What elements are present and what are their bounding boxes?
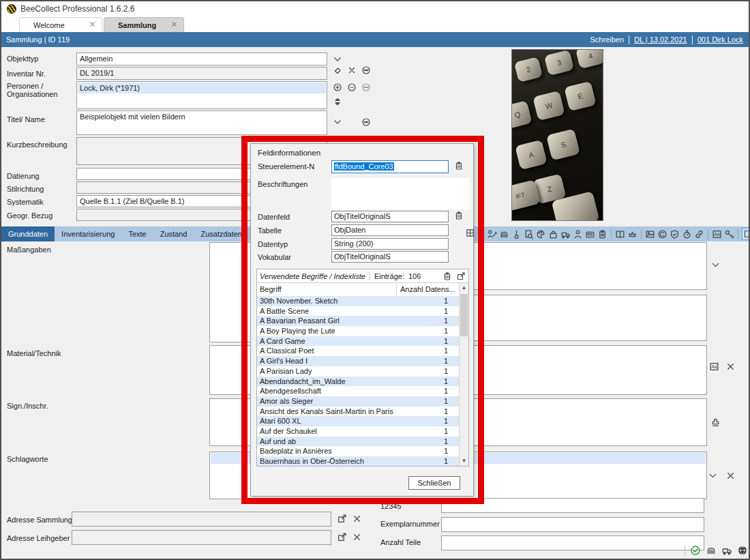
vertical-scrollbar[interactable]: ▲ ▼ [459, 283, 468, 466]
copy-clipboard-icon[interactable] [442, 271, 452, 281]
tab-inventarisierung[interactable]: Inventarisierung [55, 226, 121, 241]
id-card-icon[interactable] [585, 229, 595, 239]
window-layout-button[interactable] [742, 228, 750, 240]
inventar-field[interactable]: DL 2019/1 [76, 67, 327, 80]
index-row[interactable]: Bauernhaus in Ober-Österreich1 [257, 456, 459, 466]
personen-selected-entry[interactable]: Lock, Dirk (*1971) [78, 83, 326, 93]
add-circle-icon[interactable] [333, 83, 342, 92]
text-image-icon[interactable]: Aa [709, 362, 719, 372]
index-row[interactable]: 30th November. Sketch1 [257, 296, 459, 306]
search-document-icon[interactable] [524, 229, 534, 239]
more-options-icon[interactable] [361, 117, 371, 127]
index-row[interactable]: Auf und ab1 [257, 437, 459, 447]
vokabular-input[interactable]: ObjTitelOriginalS [331, 251, 449, 263]
datentyp-input[interactable]: String (200) [331, 238, 449, 250]
more-options-icon[interactable] [361, 65, 371, 75]
index-row[interactable]: Amor als Sieger1 [257, 396, 459, 407]
scroll-down-icon[interactable]: ▼ [460, 456, 468, 466]
tab-welcome[interactable]: Welcome [19, 17, 102, 32]
chevron-down-icon[interactable] [710, 260, 721, 270]
clear-x-icon[interactable] [352, 532, 362, 542]
grid-icon[interactable] [466, 229, 475, 237]
clear-x-icon[interactable] [725, 362, 736, 372]
tab-zustand[interactable]: Zustand [153, 226, 194, 241]
index-row[interactable]: Abendgesellschaft1 [257, 386, 459, 396]
index-row[interactable]: A Parisian Lady1 [257, 366, 459, 377]
datenfeld-input[interactable]: ObjTitelOriginalS [331, 211, 449, 222]
objekttyp-field[interactable]: Allgemein [76, 53, 327, 65]
more-options-icon[interactable] [361, 83, 371, 92]
close-button[interactable]: Schließen [408, 476, 460, 490]
chevron-down-icon[interactable] [708, 471, 718, 481]
close-icon[interactable] [89, 20, 96, 28]
copy-clipboard-icon[interactable] [454, 211, 464, 220]
steuer-input[interactable]: fldBound_Core03 [331, 160, 449, 173]
close-icon[interactable] [170, 20, 178, 28]
index-row[interactable]: A Bavarian Peasant Girl1 [257, 316, 459, 326]
tab-sammlung[interactable]: Sammlung [104, 17, 184, 32]
open-external-icon[interactable] [456, 271, 466, 281]
bee-icon[interactable] [706, 545, 717, 556]
globe-icon[interactable] [737, 545, 748, 556]
key-icon[interactable] [724, 229, 734, 239]
stopwatch-icon[interactable] [682, 229, 692, 239]
clipboard-icon[interactable] [597, 229, 608, 239]
tab-texte[interactable]: Texte [121, 226, 153, 241]
open-external-icon[interactable] [337, 514, 347, 524]
truck-icon[interactable] [560, 229, 571, 239]
stamp-icon[interactable] [710, 417, 721, 428]
tab-grunddaten[interactable]: Grunddaten [1, 226, 55, 241]
copy-clipboard-icon[interactable] [454, 161, 464, 171]
copyright-icon[interactable] [657, 229, 668, 239]
eraser-icon[interactable] [333, 65, 342, 75]
clear-x-icon[interactable] [347, 65, 357, 75]
bee-icon[interactable] [499, 229, 509, 239]
index-row[interactable]: A Boy Playing the Lute1 [257, 326, 459, 336]
beschriftungen-area[interactable] [331, 178, 470, 209]
index-row[interactable]: Auf der Schaukel1 [257, 426, 459, 437]
shield-check-icon[interactable] [670, 229, 680, 239]
container-icon[interactable] [548, 229, 558, 239]
col-anzahl[interactable]: Anzahl Datens... [397, 283, 459, 296]
tab-zusatzdaten1[interactable]: Zusatzdaten 1 [194, 226, 255, 241]
truck-icon[interactable] [721, 545, 732, 556]
index-row[interactable]: Badeplatz in Asnières1 [257, 446, 459, 456]
clear-x-icon[interactable] [725, 471, 736, 481]
check-circle-icon[interactable] [690, 545, 701, 556]
tabelle-input[interactable]: ObjDaten [331, 224, 449, 236]
crown-icon[interactable] [627, 229, 638, 239]
col-begriff[interactable]: Begriff [257, 283, 397, 296]
mass-field-right[interactable] [457, 242, 707, 290]
personen-field[interactable]: Lock, Dirk (*1971) [76, 81, 327, 109]
open-external-icon[interactable] [337, 532, 347, 542]
index-row[interactable]: A Classical Poet1 [257, 346, 459, 356]
index-row[interactable]: A Card Game1 [257, 336, 459, 347]
adresse-sammlung-field[interactable] [72, 512, 331, 527]
user-edit-icon[interactable] [487, 229, 497, 239]
user-link[interactable]: 001 Dirk Lock [698, 32, 743, 47]
person-icon[interactable] [573, 229, 583, 239]
index-row[interactable]: Ansicht des Kanals Saint-Martin in Paris… [257, 407, 459, 417]
anzahl-field[interactable] [441, 535, 704, 550]
text-image-icon[interactable]: Aa [712, 229, 722, 239]
sort-updown-icon[interactable] [333, 97, 342, 106]
titel-field[interactable]: Beispielobjekt mit vielen Bildern [76, 110, 327, 135]
exemplar-field[interactable] [441, 517, 704, 532]
link-icon[interactable] [694, 229, 704, 239]
index-row[interactable]: A Girl's Head I1 [257, 356, 459, 366]
book-icon[interactable] [615, 229, 625, 239]
adresse-leihgeber-field[interactable] [72, 530, 331, 545]
thermometer-icon[interactable] [511, 229, 522, 239]
index-row[interactable]: Atari 600 XL1 [257, 416, 459, 426]
edit-date-link[interactable]: DL | 13.02.2021 [634, 32, 687, 47]
index-row[interactable]: Abendandacht_im_Walde1 [257, 377, 459, 387]
number-field[interactable] [441, 498, 704, 513]
palette-icon[interactable] [536, 229, 546, 239]
index-row[interactable]: A Battle Scene1 [257, 306, 459, 316]
chevron-down-icon[interactable] [333, 117, 342, 127]
index-table-header[interactable]: Begriff Anzahl Datens... [257, 283, 459, 297]
chevron-down-icon[interactable] [333, 55, 342, 64]
scroll-up-icon[interactable]: ▲ [460, 283, 468, 293]
scrollbar-thumb[interactable] [460, 294, 468, 336]
image-frame-icon[interactable] [645, 229, 655, 239]
